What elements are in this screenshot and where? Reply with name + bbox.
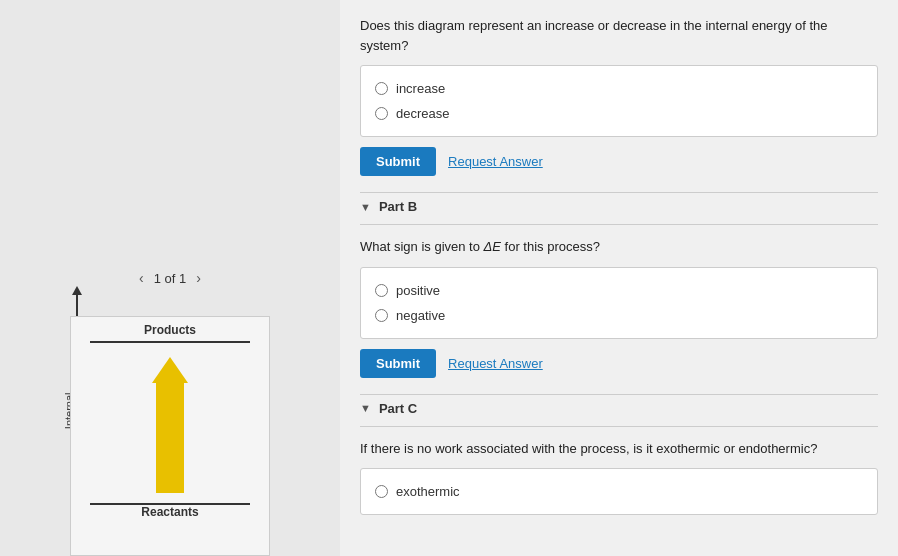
arrow-head xyxy=(152,357,188,383)
radio-exothermic[interactable] xyxy=(375,485,388,498)
part-c-divider xyxy=(360,426,878,427)
option-increase[interactable]: increase xyxy=(375,76,863,101)
part-a-request-button[interactable]: Request Answer xyxy=(448,154,543,169)
part-a-question: Does this diagram represent an increase … xyxy=(360,16,878,55)
part-b-request-button[interactable]: Request Answer xyxy=(448,356,543,371)
part-b-divider xyxy=(360,224,878,225)
radio-positive[interactable] xyxy=(375,284,388,297)
y-axis-arrow xyxy=(72,286,82,295)
radio-increase[interactable] xyxy=(375,82,388,95)
part-b-header: ▼ Part B xyxy=(360,192,878,214)
part-c-options-box: exothermic xyxy=(360,468,878,515)
radio-negative[interactable] xyxy=(375,309,388,322)
right-panel: Does this diagram represent an increase … xyxy=(340,0,898,556)
option-positive[interactable]: positive xyxy=(375,278,863,303)
option-decrease[interactable]: decrease xyxy=(375,101,863,126)
option-exothermic[interactable]: exothermic xyxy=(375,479,863,504)
part-b-block: ▼ Part B What sign is given to ΔE for th… xyxy=(360,192,878,378)
radio-decrease[interactable] xyxy=(375,107,388,120)
arrow-wrapper xyxy=(152,343,188,503)
part-c-label: Part C xyxy=(379,401,417,416)
part-a-block: Does this diagram represent an increase … xyxy=(360,16,878,176)
part-a-actions: Submit Request Answer xyxy=(360,147,878,176)
part-b-options-box: positive negative xyxy=(360,267,878,339)
part-b-label: Part B xyxy=(379,199,417,214)
part-c-chevron[interactable]: ▼ xyxy=(360,402,371,414)
part-b-actions: Submit Request Answer xyxy=(360,349,878,378)
reactants-label: Reactants xyxy=(141,505,198,519)
part-a-submit-button[interactable]: Submit xyxy=(360,147,436,176)
part-b-submit-button[interactable]: Submit xyxy=(360,349,436,378)
diagram: Products Reactants xyxy=(70,316,270,556)
part-b-question: What sign is given to ΔE for this proces… xyxy=(360,237,878,257)
option-negative[interactable]: negative xyxy=(375,303,863,328)
products-label: Products xyxy=(144,323,196,337)
part-c-header: ▼ Part C xyxy=(360,394,878,416)
part-a-options-box: increase decrease xyxy=(360,65,878,137)
arrow-shaft xyxy=(156,383,184,493)
left-panel: ‹ 1 of 1 › Internal energy, E Products R… xyxy=(0,0,340,556)
part-b-chevron[interactable]: ▼ xyxy=(360,201,371,213)
part-c-block: ▼ Part C If there is no work associated … xyxy=(360,394,878,516)
part-c-question: If there is no work associated with the … xyxy=(360,439,878,459)
